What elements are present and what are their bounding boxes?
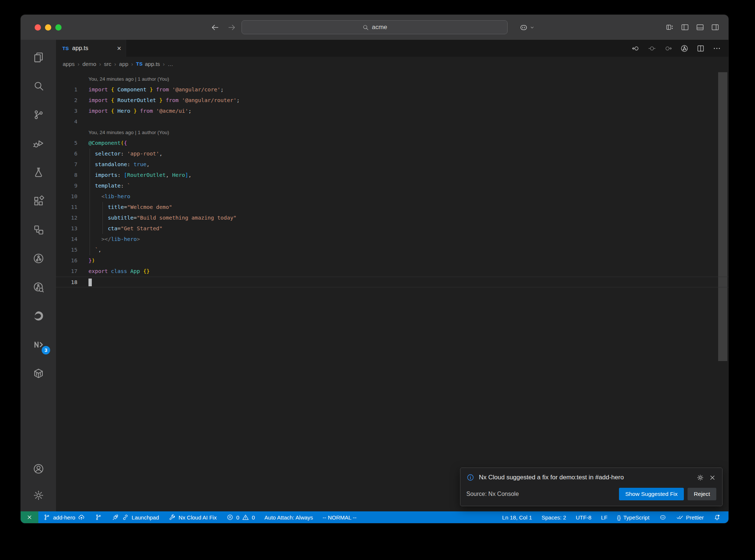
line-number[interactable]: 18: [56, 277, 77, 288]
activity-item-gitlens-search[interactable]: [21, 273, 56, 301]
code-text: template: `: [88, 181, 131, 191]
status-encoding[interactable]: UTF-8: [571, 511, 596, 523]
status-gitlens-status[interactable]: [90, 511, 107, 523]
status-vim-mode[interactable]: -- NORMAL --: [318, 511, 361, 523]
line-number[interactable]: 7: [56, 159, 77, 170]
close-tab-icon[interactable]: ×: [117, 45, 121, 52]
editor-action-split-editor[interactable]: [696, 44, 705, 53]
wrench-icon: [168, 514, 176, 521]
status-remote-indicator[interactable]: [21, 511, 38, 523]
editor-action-gitlens-graph[interactable]: [680, 44, 689, 53]
code-line-10[interactable]: 10 <lib-hero: [56, 191, 728, 202]
line-number[interactable]: 6: [56, 148, 77, 159]
code-line-17[interactable]: 17export class App {}: [56, 266, 728, 277]
line-number[interactable]: 17: [56, 266, 77, 277]
breadcrumb-symbol-placeholder[interactable]: …: [168, 61, 173, 67]
status-cursor-position[interactable]: Ln 18, Col 1: [497, 511, 537, 523]
status-git-branch[interactable]: add-hero: [38, 511, 90, 523]
activity-item-containers[interactable]: [21, 359, 56, 388]
command-center-search[interactable]: acme: [241, 20, 508, 34]
toggle-primary-sidebar-icon[interactable]: [681, 23, 689, 32]
code-line-6[interactable]: 6 selector: 'app-root',: [56, 148, 728, 159]
line-number[interactable]: 14: [56, 234, 77, 245]
editor-action-more-actions[interactable]: [713, 44, 721, 53]
code-line-4[interactable]: 4: [56, 116, 728, 127]
status-launchpad[interactable]: Launchpad: [107, 511, 164, 523]
line-number[interactable]: 12: [56, 213, 77, 223]
code-line-9[interactable]: 9 template: `: [56, 181, 728, 191]
status-indentation[interactable]: Spaces: 2: [537, 511, 571, 523]
close-window-button[interactable]: [35, 24, 41, 31]
breadcrumb-item[interactable]: demo: [83, 61, 97, 67]
zoom-window-button[interactable]: [55, 24, 62, 31]
activity-item-project-hierarchy[interactable]: [21, 215, 56, 244]
editor-action-nav-forward[interactable]: [664, 44, 672, 53]
code-line-16[interactable]: 16}): [56, 255, 728, 266]
breadcrumb-file[interactable]: TSapp.ts: [136, 61, 160, 67]
activity-item-source-control[interactable]: [21, 100, 56, 129]
line-number[interactable]: 9: [56, 181, 77, 191]
line-number[interactable]: 2: [56, 95, 77, 106]
show-suggested-fix-button[interactable]: Show Suggested Fix: [619, 488, 684, 500]
code-line-3[interactable]: 3import { Hero } from '@acme/ui';: [56, 106, 728, 116]
status-nx-cloud-ai-fix[interactable]: Nx Cloud AI Fix: [164, 511, 221, 523]
line-number[interactable]: 1: [56, 84, 77, 95]
code-line-13[interactable]: 13 cta="Get Started": [56, 223, 728, 234]
code-editor[interactable]: You, 24 minutes ago | 1 author (You)1imp…: [56, 71, 728, 511]
breadcrumb-item[interactable]: apps: [63, 61, 75, 67]
line-number[interactable]: 10: [56, 191, 77, 202]
toggle-panel-icon[interactable]: [696, 23, 704, 32]
reject-button[interactable]: Reject: [688, 488, 716, 500]
code-line-8[interactable]: 8 imports: [RouterOutlet, Hero],: [56, 170, 728, 181]
line-number[interactable]: 3: [56, 106, 77, 116]
status-auto-attach[interactable]: Auto Attach: Always: [260, 511, 318, 523]
code-line-15[interactable]: 15 `,: [56, 245, 728, 255]
code-line-14[interactable]: 14 ></lib-hero>: [56, 234, 728, 245]
activity-item-extensions[interactable]: [21, 186, 56, 215]
breadcrumb-item[interactable]: src: [104, 61, 111, 67]
tab-app-ts[interactable]: TS app.ts ×: [56, 40, 126, 57]
code-line-12[interactable]: 12 subtitle="Build something amazing tod…: [56, 213, 728, 223]
activity-item-account[interactable]: [21, 455, 56, 482]
line-number[interactable]: 8: [56, 170, 77, 181]
code-line-11[interactable]: 11 title="Welcmoe demo": [56, 202, 728, 213]
git-blame-codelens[interactable]: You, 24 minutes ago | 1 author (You): [56, 127, 728, 138]
navigate-forward-button[interactable]: [227, 23, 236, 32]
editor-action-nav-back[interactable]: [632, 44, 640, 53]
customize-layout-icon[interactable]: [665, 23, 674, 32]
activity-item-explorer[interactable]: [21, 43, 56, 71]
status-language-mode[interactable]: {}TypeScript: [612, 511, 654, 523]
notification-close-icon[interactable]: [709, 474, 716, 482]
line-number[interactable]: 5: [56, 138, 77, 148]
line-number[interactable]: 11: [56, 202, 77, 213]
activity-item-edge-tools[interactable]: [21, 301, 56, 330]
line-number[interactable]: 13: [56, 223, 77, 234]
code-line-7[interactable]: 7 standalone: true,: [56, 159, 728, 170]
toggle-secondary-sidebar-icon[interactable]: [711, 23, 720, 32]
status-prettier[interactable]: Prettier: [671, 511, 709, 523]
activity-item-gitlens[interactable]: [21, 244, 56, 273]
status-problems[interactable]: 00: [222, 511, 260, 523]
minimize-window-button[interactable]: [45, 24, 51, 31]
status-eol[interactable]: LF: [596, 511, 612, 523]
navigate-back-button[interactable]: [211, 23, 220, 32]
activity-item-testing[interactable]: [21, 158, 56, 186]
activity-item-run-debug[interactable]: [21, 129, 56, 158]
editor-action-nav-circle[interactable]: [648, 44, 656, 53]
code-line-2[interactable]: 2import { RouterOutlet } from '@angular/…: [56, 95, 728, 106]
code-line-5[interactable]: 5@Component({: [56, 138, 728, 148]
line-number[interactable]: 15: [56, 245, 77, 255]
status-notifications-bell[interactable]: [709, 511, 726, 523]
code-line-18[interactable]: 18: [56, 277, 728, 287]
activity-item-search[interactable]: [21, 71, 56, 100]
line-number[interactable]: 16: [56, 255, 77, 266]
status-copilot-status[interactable]: [654, 511, 671, 523]
breadcrumb-item[interactable]: app: [119, 61, 128, 67]
copilot-menu-button[interactable]: [519, 15, 535, 40]
notification-settings-gear-icon[interactable]: [696, 474, 704, 482]
git-blame-codelens[interactable]: You, 24 minutes ago | 1 author (You): [56, 74, 728, 84]
activity-item-nx-console[interactable]: 3: [21, 330, 56, 359]
activity-item-settings[interactable]: [21, 482, 56, 508]
line-number[interactable]: 4: [56, 116, 77, 127]
code-line-1[interactable]: 1import { Component } from '@angular/cor…: [56, 84, 728, 95]
